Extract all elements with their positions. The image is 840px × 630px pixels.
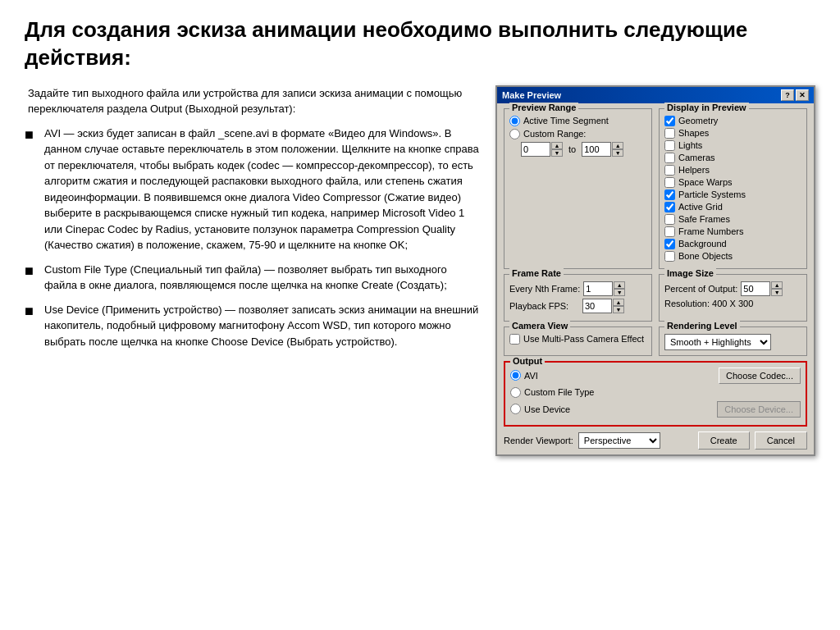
intro-text: Задайте тип выходного файла или устройст… <box>25 85 479 117</box>
use-device-radio[interactable] <box>510 404 521 414</box>
display-checkbox-9[interactable] <box>664 226 675 237</box>
range-inputs: 0 ▲ ▼ to 100 ▲ ▼ <box>521 142 646 157</box>
bullet-icon-1: ■ <box>25 124 39 146</box>
nth-up[interactable]: ▲ <box>614 281 625 289</box>
from-spin: 0 ▲ ▼ <box>521 142 563 157</box>
from-down[interactable]: ▼ <box>551 149 563 157</box>
use-device-label: Use Device <box>521 404 570 414</box>
camera-view-group: Camera View Use Multi-Pass Camera Effect <box>504 326 652 356</box>
choose-device-button[interactable]: Choose Device... <box>717 401 801 418</box>
text-section: Задайте тип выходного файла или устройст… <box>25 85 479 358</box>
percent-up[interactable]: ▲ <box>771 281 783 289</box>
bullet-text-1: AVI — эскиз будет записан в файл _scene.… <box>44 126 479 253</box>
display-checkbox-6[interactable] <box>664 189 675 200</box>
percent-down[interactable]: ▼ <box>771 289 783 296</box>
display-item-label-3: Cameras <box>678 153 715 162</box>
to-up[interactable]: ▲ <box>612 142 623 149</box>
every-nth-text: Every Nth Frame: <box>509 284 580 294</box>
display-item-11: Bone Objects <box>664 251 801 262</box>
custom-range-radio-row: Custom Range: <box>509 129 646 139</box>
camera-row: Camera View Use Multi-Pass Camera Effect… <box>504 326 807 356</box>
display-item-label-10: Background <box>678 239 727 249</box>
display-in-preview-group: Display in Preview GeometryShapesLightsC… <box>659 108 807 269</box>
help-button[interactable]: ? <box>781 89 794 101</box>
middle-row: Frame Rate Every Nth Frame: ▲ ▼ Playback <box>504 274 807 322</box>
resolution-value: 400 X 300 <box>712 299 753 308</box>
display-item-1: Shapes <box>664 128 801 139</box>
resolution-label: Resolution: <box>664 299 710 308</box>
percent-spin: ▲ ▼ <box>741 281 783 296</box>
render-viewport-select[interactable]: Perspective Top Front Left Camera <box>578 432 660 449</box>
close-button[interactable]: ✕ <box>796 89 809 101</box>
active-time-radio[interactable] <box>509 116 520 126</box>
fps-input[interactable] <box>582 299 612 313</box>
page-title: Для создания эскиза анимации необходимо … <box>25 16 815 72</box>
fps-down[interactable]: ▼ <box>613 306 624 313</box>
display-checkbox-8[interactable] <box>664 214 675 225</box>
rendering-level-select[interactable]: Smooth + Highlights Smooth Facets + High… <box>664 334 771 350</box>
dialog-body: Preview Range Active Time Segment Custom… <box>497 103 814 454</box>
cancel-button[interactable]: Cancel <box>755 431 807 450</box>
multi-pass-checkbox[interactable] <box>509 334 520 345</box>
nth-input[interactable] <box>583 281 613 296</box>
frame-rate-label: Frame Rate <box>509 268 564 278</box>
display-item-label-9: Frame Numbers <box>678 226 743 236</box>
create-button[interactable]: Create <box>698 431 750 450</box>
display-item-7: Active Grid <box>664 202 801 212</box>
rendering-level-group: Rendering Level Smooth + Highlights Smoo… <box>659 326 807 356</box>
output-label: Output <box>510 356 545 366</box>
bullet-text-3: Use Device (Применить устройство) — позв… <box>44 302 479 350</box>
from-up[interactable]: ▲ <box>551 142 563 149</box>
rendering-level-label: Rendering Level <box>664 321 740 331</box>
custom-file-radio[interactable] <box>510 387 521 398</box>
display-item-label-1: Shapes <box>678 128 709 138</box>
percent-arrows: ▲ ▼ <box>771 281 783 296</box>
preview-range-group: Preview Range Active Time Segment Custom… <box>504 108 652 269</box>
image-size-label: Image Size <box>664 268 716 278</box>
display-item-label-4: Helpers <box>678 165 710 175</box>
display-checkbox-5[interactable] <box>664 177 675 188</box>
nth-down[interactable]: ▼ <box>614 289 625 296</box>
display-item-0: Geometry <box>664 116 801 126</box>
dialog-title: Make Preview <box>502 90 561 100</box>
output-group: Output AVI Choose Codec... Custom File T… <box>504 361 807 427</box>
percent-field: Percent of Output: ▲ ▼ <box>664 281 801 296</box>
display-item-8: Safe Frames <box>664 214 801 225</box>
display-checkbox-2[interactable] <box>664 140 675 151</box>
display-item-3: Cameras <box>664 153 801 163</box>
avi-radio[interactable] <box>510 370 521 381</box>
display-checkbox-10[interactable] <box>664 239 675 249</box>
percent-input[interactable] <box>741 281 770 296</box>
choose-codec-button[interactable]: Choose Codec... <box>719 368 801 384</box>
from-input[interactable]: 0 <box>521 142 550 157</box>
camera-view-label: Camera View <box>509 321 570 331</box>
dialog-titlebar: Make Preview ? ✕ <box>497 87 814 103</box>
bullet-icon-3: ■ <box>25 300 39 322</box>
use-device-row: Use Device Choose Device... <box>510 401 801 418</box>
render-viewport-row: Render Viewport: Perspective Top Front L… <box>504 431 807 450</box>
fps-up[interactable]: ▲ <box>613 299 624 306</box>
display-checkbox-3[interactable] <box>664 153 675 163</box>
display-checkbox-1[interactable] <box>664 128 675 139</box>
nth-arrows: ▲ ▼ <box>614 281 625 296</box>
display-label: Display in Preview <box>664 103 749 112</box>
from-arrows: ▲ ▼ <box>551 142 563 157</box>
to-down[interactable]: ▼ <box>612 149 623 157</box>
display-item-5: Space Warps <box>664 177 801 188</box>
to-input[interactable]: 100 <box>582 142 611 157</box>
list-item-2: ■ Custom File Type (Специальный тип файл… <box>25 262 479 294</box>
nth-spin: ▲ ▼ <box>583 281 625 296</box>
display-checkbox-7[interactable] <box>664 202 675 212</box>
to-arrows: ▲ ▼ <box>612 142 623 157</box>
custom-range-label: Custom Range: <box>523 129 586 139</box>
fps-arrows: ▲ ▼ <box>613 299 624 313</box>
display-checkbox-11[interactable] <box>664 251 675 262</box>
fps-spin: ▲ ▼ <box>582 299 624 313</box>
display-checkbox-4[interactable] <box>664 165 675 176</box>
every-nth-field: Every Nth Frame: ▲ ▼ <box>509 281 646 296</box>
custom-range-radio[interactable] <box>509 129 520 139</box>
display-checkbox-0[interactable] <box>664 116 675 126</box>
display-item-label-0: Geometry <box>678 116 718 126</box>
to-label: to <box>568 144 576 154</box>
fps-field: Playback FPS: ▲ ▼ <box>509 299 646 313</box>
